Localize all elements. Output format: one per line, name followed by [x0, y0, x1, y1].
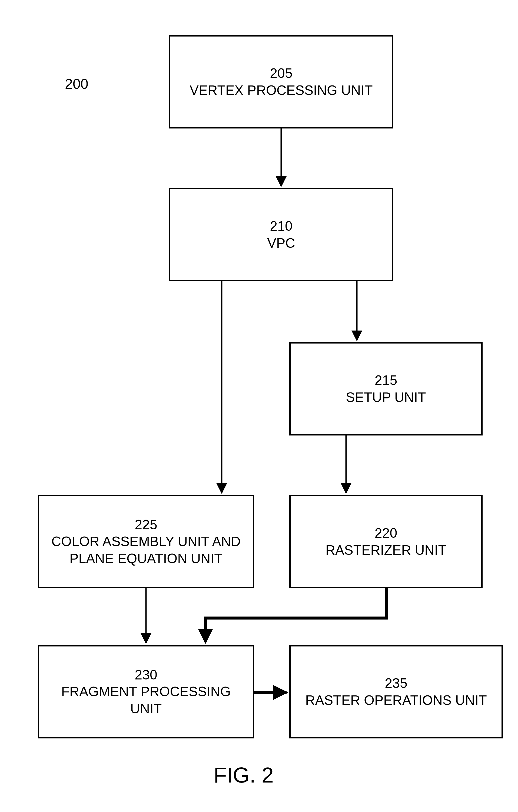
box-label: COLOR ASSEMBLY UNIT AND PLANE EQUATION U…	[49, 533, 243, 567]
box-label: VPC	[267, 235, 295, 252]
box-setup-unit: 215 SETUP UNIT	[289, 342, 483, 435]
box-label: RASTER OPERATIONS UNIT	[305, 692, 487, 709]
box-fragment-processing-unit: 230 FRAGMENT PROCESSING UNIT	[38, 645, 254, 738]
box-vertex-processing-unit: 205 VERTEX PROCESSING UNIT	[169, 35, 393, 128]
box-label: RASTERIZER UNIT	[326, 542, 446, 559]
box-num: 210	[270, 218, 292, 235]
box-label: FRAGMENT PROCESSING UNIT	[49, 683, 243, 717]
box-raster-operations-unit: 235 RASTER OPERATIONS UNIT	[289, 645, 503, 738]
box-num: 230	[134, 666, 157, 684]
figure-caption: FIG. 2	[214, 763, 274, 788]
box-num: 205	[270, 65, 292, 82]
box-num: 220	[375, 525, 397, 542]
box-num: 235	[385, 675, 407, 692]
box-label: SETUP UNIT	[346, 389, 426, 406]
box-label: VERTEX PROCESSING UNIT	[190, 82, 373, 99]
box-rasterizer-unit: 220 RASTERIZER UNIT	[289, 495, 483, 588]
box-num: 215	[375, 372, 397, 389]
arrow-rast-to-frag	[206, 588, 387, 642]
diagram-label: 200	[65, 76, 88, 92]
box-vpc: 210 VPC	[169, 188, 393, 281]
box-num: 225	[134, 516, 157, 533]
box-color-assembly: 225 COLOR ASSEMBLY UNIT AND PLANE EQUATI…	[38, 495, 254, 588]
